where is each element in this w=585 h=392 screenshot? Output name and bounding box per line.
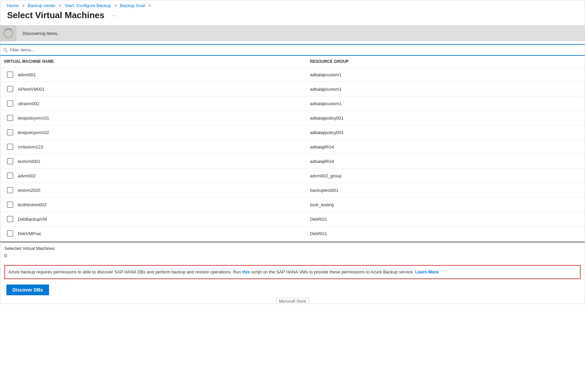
- vm-cell-name: APtestVM001: [0, 86, 310, 92]
- table-row[interactable]: bcdrtestvm002bcdr_testing: [0, 198, 585, 212]
- vm-cell-name: advm002: [0, 173, 310, 179]
- vm-row-checkbox[interactable]: [7, 129, 13, 135]
- vm-row-checkbox[interactable]: [7, 86, 13, 92]
- table-row[interactable]: crrtestvm123adbalajiRG4: [0, 140, 585, 154]
- vm-row-checkbox[interactable]: [7, 158, 13, 164]
- table-row[interactable]: ultravm002adbalajicustom1: [0, 96, 585, 111]
- svg-line-1: [6, 51, 8, 52]
- table-row[interactable]: testpolicyvm102adbalajipolicy001: [0, 125, 585, 140]
- more-actions-button[interactable]: ···: [112, 13, 117, 18]
- vm-name-label: crrtestvm123: [18, 144, 43, 149]
- vm-cell-name: DebBackupVM: [0, 216, 310, 222]
- search-icon: [3, 48, 8, 52]
- vm-cell-resource-group: DebRG1: [310, 231, 585, 236]
- table-row[interactable]: APtestVM001adbalajicustom1: [0, 82, 585, 96]
- svg-point-0: [4, 48, 7, 51]
- vm-cell-name: advm001: [0, 72, 310, 78]
- column-header-vm-name[interactable]: VIRTUAL MACHINE NAME: [3, 59, 310, 64]
- vm-cell-resource-group: adbalajiRG4: [310, 144, 585, 149]
- vm-cell-resource-group: adbalajicustom1: [310, 101, 585, 106]
- status-bar: Discovering Items..: [0, 25, 585, 41]
- vm-name-label: ultravm002: [18, 101, 39, 106]
- vm-cell-name: DebVMPrac: [0, 230, 310, 236]
- vm-name-label: advm002: [18, 173, 36, 178]
- callout-text-pre: Azure backup requires permissions to abl…: [8, 269, 242, 274]
- table-row[interactable]: advm001adbalajicustom1: [0, 68, 585, 82]
- table-header: VIRTUAL MACHINE NAME RESOURCE GROUP: [0, 56, 585, 68]
- vm-cell-name: bcdrtestvm002: [0, 202, 310, 208]
- vm-name-label: DebBackupVM: [18, 217, 47, 222]
- page-title: Select Virtual Machines: [7, 10, 104, 20]
- vm-cell-resource-group: adbalajicustom1: [310, 72, 585, 77]
- chevron-right-icon: >: [59, 3, 61, 8]
- breadcrumb-link-backup-center[interactable]: Backup center: [28, 3, 56, 8]
- callout-learn-more-link[interactable]: Learn More: [415, 269, 439, 274]
- vm-name-label: testpolicyvm101: [18, 116, 49, 121]
- vm-name-label: advm001: [18, 72, 36, 77]
- vm-row-checkbox[interactable]: [7, 216, 13, 222]
- filter-row: [0, 44, 585, 56]
- selected-vms-count: 0: [0, 253, 585, 263]
- vm-row-checkbox[interactable]: [7, 187, 13, 193]
- discover-dbs-button[interactable]: Discover DBs: [6, 285, 49, 295]
- chevron-right-icon: >: [22, 3, 25, 8]
- vm-row-checkbox[interactable]: [7, 144, 13, 150]
- vm-row-checkbox[interactable]: [7, 100, 13, 106]
- table-row[interactable]: testpolicyvm101adbalajipolicy001: [0, 111, 585, 125]
- action-bar: Discover DBs: [0, 282, 585, 299]
- taskbar-hint-label: Microsoft Store: [276, 298, 309, 304]
- vm-name-label: bcdrtestvm002: [18, 202, 46, 207]
- callout-script-link[interactable]: this: [242, 269, 250, 274]
- vm-cell-name: testvm0001: [0, 158, 310, 164]
- vm-name-label: DebVMPrac: [18, 231, 41, 236]
- chevron-right-icon: >: [114, 3, 117, 8]
- vm-name-label: testvm2020: [18, 188, 40, 193]
- vm-cell-name: testvm2020: [0, 187, 310, 193]
- vm-name-label: testpolicyvm102: [18, 130, 49, 135]
- breadcrumb-link-backup-goal[interactable]: Backup Goal: [120, 3, 145, 8]
- vm-cell-name: ultravm002: [0, 100, 310, 106]
- spinner-container: [0, 25, 16, 41]
- vm-cell-resource-group: adbalajiRG4: [310, 159, 585, 164]
- selected-vms-label: Selected Virtual Machines: [0, 243, 585, 253]
- vm-cell-resource-group: backuptest001: [310, 188, 585, 193]
- vm-row-checkbox[interactable]: [7, 173, 13, 179]
- vm-row-checkbox[interactable]: [7, 202, 13, 208]
- vm-name-label: testvm0001: [18, 159, 40, 164]
- filter-input[interactable]: [9, 46, 582, 54]
- status-text: Discovering Items..: [22, 31, 60, 36]
- breadcrumb-link-configure-backup[interactable]: Start: Configure Backup: [64, 3, 111, 8]
- vm-cell-name: testpolicyvm102: [0, 129, 310, 135]
- vm-cell-resource-group: bcdr_testing: [310, 202, 585, 207]
- table-row[interactable]: DebVMPracDebRG1: [0, 226, 585, 241]
- vm-cell-resource-group: adbalajipolicy001: [310, 116, 585, 121]
- vm-row-checkbox[interactable]: [7, 72, 13, 78]
- vm-table-body: advm001adbalajicustom1APtestVM001adbalaj…: [0, 68, 585, 241]
- vm-row-checkbox[interactable]: [7, 115, 13, 121]
- permissions-callout: Azure backup requires permissions to abl…: [4, 265, 581, 279]
- table-row[interactable]: testvm2020backuptest001: [0, 183, 585, 198]
- table-row[interactable]: testvm0001adbalajiRG4: [0, 154, 585, 169]
- vm-cell-name: testpolicyvm101: [0, 115, 310, 121]
- vm-cell-resource-group: adbalajicustom1: [310, 87, 585, 92]
- vm-cell-name: crrtestvm123: [0, 144, 310, 150]
- spinner-icon: [4, 29, 13, 38]
- vm-row-checkbox[interactable]: [7, 230, 13, 236]
- callout-text-mid: script on the SAP HANA VMs to provide th…: [250, 269, 415, 274]
- column-header-resource-group[interactable]: RESOURCE GROUP: [310, 59, 582, 64]
- vm-cell-resource-group: adbalajipolicy001: [310, 130, 585, 135]
- page-title-row: Select Virtual Machines ···: [0, 9, 585, 25]
- chevron-right-icon: >: [148, 3, 151, 8]
- breadcrumb-link-home[interactable]: Home: [7, 3, 19, 8]
- table-row[interactable]: DebBackupVMDebRG1: [0, 212, 585, 226]
- taskbar-hint: Microsoft Store: [0, 298, 585, 304]
- breadcrumb: Home > Backup center > Start: Configure …: [0, 0, 585, 9]
- table-row[interactable]: advm002advm002_group: [0, 169, 585, 183]
- vm-cell-resource-group: advm002_group: [310, 173, 585, 178]
- vm-cell-resource-group: DebRG1: [310, 217, 585, 222]
- vm-name-label: APtestVM001: [18, 87, 45, 92]
